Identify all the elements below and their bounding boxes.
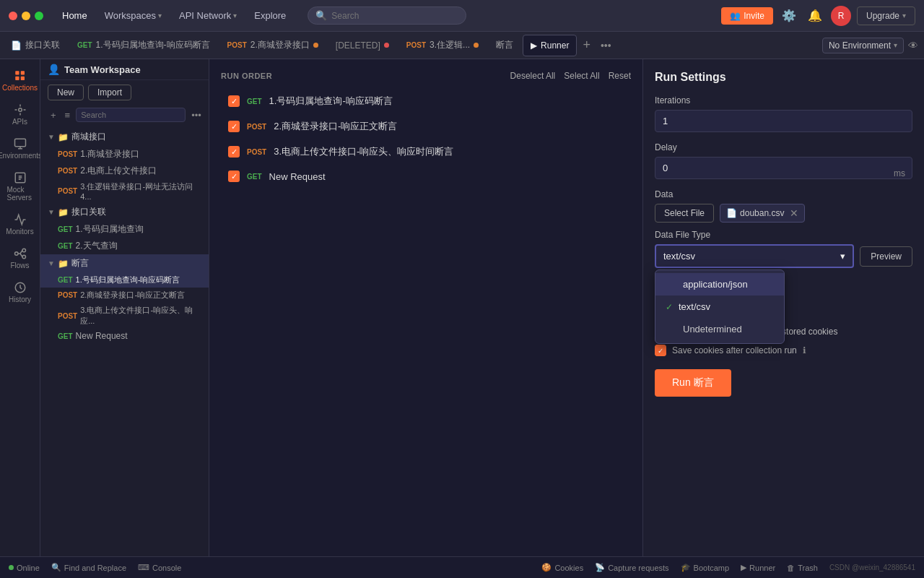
data-file-type-select[interactable]: text/csv ▾	[655, 244, 854, 268]
sidebar-item-environments[interactable]: Environments	[4, 133, 36, 164]
watermark: CSDN @weixin_42886541	[829, 563, 915, 572]
sidebar-item-apis[interactable]: APIs	[4, 99, 36, 130]
console-status[interactable]: ⌨ Console	[138, 563, 181, 572]
nav-api-network[interactable]: API Network ▾	[172, 7, 244, 24]
cookies-icon: 🍪	[541, 563, 552, 572]
run-item-2: ✓ POST 3.电商上传文件接口-响应头、响应时间断言	[221, 140, 631, 163]
avatar[interactable]: R	[831, 6, 851, 26]
tree-item-get-haoma-duanyan[interactable]: GET 1.号码归属地查询-响应码断言	[40, 272, 209, 288]
tab-jiekoguanlian[interactable]: 📄 接口关联	[3, 35, 68, 56]
tree-item-get-haoma[interactable]: GET 1.号码归属地查询	[40, 221, 209, 238]
folder-caret-icon2: ▼	[48, 208, 55, 216]
tab-runner[interactable]: ▶ Runner	[523, 35, 577, 56]
checkbox-1[interactable]: ✓	[228, 121, 240, 132]
folder-duanyan[interactable]: ▼ 📁 断言	[40, 254, 209, 272]
deselect-all-button[interactable]: Deselect All	[510, 71, 556, 81]
svg-rect-3	[20, 77, 24, 80]
checkbox-0[interactable]: ✓	[228, 95, 240, 107]
tree-item-post-wenjian[interactable]: POST 2.电商上传文件接口	[40, 163, 209, 179]
tree-item-post-wenjian-duanyan[interactable]: POST 3.电商上传文件接口-响应头、响应...	[40, 303, 209, 329]
more-button[interactable]: •••	[188, 108, 204, 122]
trash-status[interactable]: 🗑 Trash	[787, 563, 818, 572]
find-replace-label: Find and Replace	[64, 564, 126, 572]
bootcamp-label: Bootcamp	[694, 564, 730, 572]
settings-icon[interactable]: ⚙️	[779, 6, 799, 25]
dropdown-item-undetermined[interactable]: Undetermined	[655, 318, 784, 340]
bell-icon[interactable]: 🔔	[805, 6, 825, 25]
tree-item-post-shangcheng-duanyan[interactable]: POST 2.商城登录接口-响应正文断言	[40, 288, 209, 303]
add-tab-button[interactable]: +	[578, 38, 595, 53]
run-order-actions: Deselect All Select All Reset	[510, 71, 631, 81]
delay-input[interactable]	[655, 157, 912, 179]
ms-label: ms	[894, 168, 905, 178]
collection-search-input[interactable]	[76, 108, 186, 122]
upgrade-button[interactable]: Upgrade ▾	[857, 7, 915, 25]
sidebar-item-flows[interactable]: Flows	[4, 243, 36, 274]
minimize-button[interactable]	[22, 12, 30, 20]
tree-item-get-tianqi[interactable]: GET 2.天气查询	[40, 238, 209, 254]
folder-jiekoguanlian[interactable]: ▼ 📁 接口关联	[40, 203, 209, 221]
online-status[interactable]: Online	[9, 564, 40, 572]
right-panel: Run Settings Iterations Delay ms Data Se…	[642, 59, 924, 556]
tab-post-zhuyiji[interactable]: POST 3.住逻辑...	[398, 35, 487, 56]
main-layout: Collections APIs Environments Mock Serve…	[0, 59, 924, 556]
invite-button[interactable]: 👥 Invite	[721, 7, 773, 25]
new-button[interactable]: New	[48, 85, 84, 100]
sidebar-item-monitors[interactable]: Monitors	[4, 209, 36, 240]
file-close-button[interactable]: ✕	[790, 207, 798, 219]
search-input[interactable]	[331, 11, 458, 21]
folder-shangcheng[interactable]: ▼ 📁 商城接口	[40, 128, 209, 146]
checkbox-3[interactable]: ✓	[228, 171, 240, 182]
reset-button[interactable]: Reset	[609, 71, 631, 81]
collections-icon	[14, 69, 27, 82]
preview-button[interactable]: Preview	[860, 246, 912, 267]
save-cookie-checkbox[interactable]: ✓	[655, 345, 666, 356]
sidebar-item-history[interactable]: History	[4, 277, 36, 308]
find-replace-status[interactable]: 🔍 Find and Replace	[51, 563, 126, 572]
sort-button[interactable]: ≡	[62, 108, 74, 122]
run-button[interactable]: Run 断言	[655, 369, 731, 397]
bootcamp-status[interactable]: 🎓 Bootcamp	[681, 563, 730, 572]
iterations-input[interactable]	[655, 110, 912, 132]
nav-home[interactable]: Home	[55, 7, 95, 24]
sidebar-item-mock[interactable]: Mock Servers	[4, 167, 36, 206]
close-button[interactable]	[9, 12, 17, 20]
maximize-button[interactable]	[35, 12, 43, 20]
tabs-row: 📄 接口关联 GET 1.号码归属地查询-响应码断言 POST 2.商城登录接口…	[0, 32, 924, 59]
nav-workspaces[interactable]: Workspaces ▾	[97, 7, 169, 24]
tab-post-shangcheng[interactable]: POST 2.商城登录接口	[219, 35, 326, 56]
tab-get-haomagui[interactable]: GET 1.号码归属地查询-响应码断言	[69, 35, 218, 56]
console-label: Console	[152, 564, 181, 572]
nav-explore[interactable]: Explore	[247, 7, 293, 24]
tab-duanyan[interactable]: 断言	[488, 35, 521, 56]
tree-item-post-zhuluoji[interactable]: POST 3.住逻辑登录接口-网址无法访问4...	[40, 179, 209, 203]
capture-status[interactable]: 📡 Capture requests	[595, 563, 668, 572]
checkbox-2[interactable]: ✓	[228, 146, 240, 158]
tree-item-get-new-request[interactable]: GET New Request	[40, 329, 209, 343]
svg-rect-2	[20, 71, 24, 74]
runner-status[interactable]: ▶ Runner	[741, 563, 775, 572]
cookies-status[interactable]: 🍪 Cookies	[541, 563, 583, 572]
eye-icon[interactable]: 👁	[905, 40, 921, 51]
content-area: RUN ORDER Deselect All Select All Reset …	[209, 59, 642, 556]
dropdown-item-csv[interactable]: text/csv	[655, 296, 784, 318]
info-icon[interactable]: ℹ	[803, 345, 806, 355]
sidebar-item-collections[interactable]: Collections	[4, 65, 36, 96]
select-all-button[interactable]: Select All	[564, 71, 599, 81]
dropdown-item-json[interactable]: application/json	[655, 273, 784, 296]
more-tabs-button[interactable]: •••	[596, 40, 616, 51]
environment-selector[interactable]: No Environment ▾	[822, 38, 904, 53]
data-file-type-label: Data File Type	[655, 230, 912, 240]
run-item-3: ✓ GET New Request	[221, 165, 631, 187]
tree-item-post-denglu[interactable]: POST 1.商城登录接口	[40, 146, 209, 163]
env-chevron-icon: ▾	[894, 41, 897, 49]
search-bar[interactable]: 🔍	[308, 7, 466, 25]
runner-icon: ▶	[531, 40, 537, 51]
select-file-button[interactable]: Select File	[655, 204, 714, 223]
online-dot-icon	[9, 565, 14, 570]
run-settings-title: Run Settings	[655, 71, 912, 84]
tab-deleted[interactable]: [DELETED]	[328, 35, 397, 56]
iterations-label: Iterations	[655, 95, 912, 105]
import-button[interactable]: Import	[88, 85, 131, 100]
add-collection-button[interactable]: +	[48, 108, 59, 122]
